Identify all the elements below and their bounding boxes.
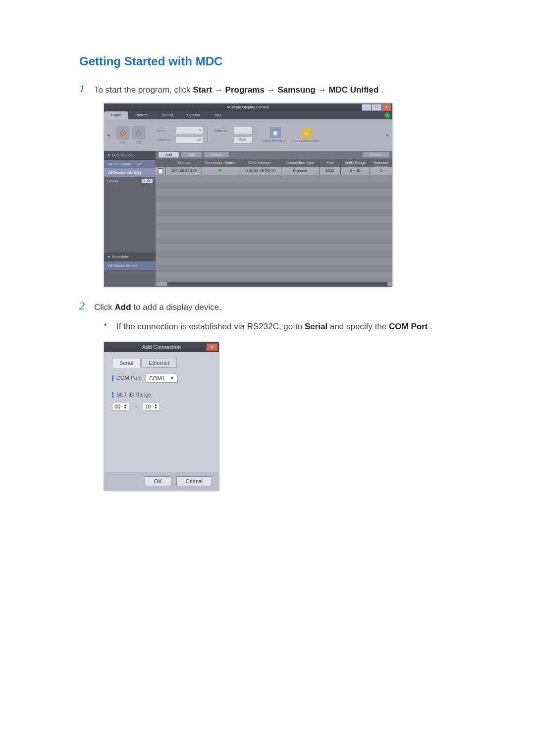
cell-settings: 107.108.89.126 xyxy=(166,167,202,175)
mute-button[interactable]: Mute xyxy=(233,136,253,144)
tab-sound[interactable]: Sound xyxy=(155,111,180,119)
status-ok-icon xyxy=(218,169,221,172)
text: . xyxy=(430,322,432,331)
checkbox[interactable] xyxy=(158,168,163,173)
chevron-down-icon[interactable]: ▼ xyxy=(154,406,158,409)
schedule-header[interactable]: ▼Schedule xyxy=(104,252,156,261)
col-connection-type[interactable]: Connection Type xyxy=(281,159,320,167)
ribbon-tabs: Home Picture Sound System Tool ? xyxy=(104,111,392,119)
input-dropdown[interactable]: ▾ xyxy=(176,127,203,134)
help-icon[interactable]: ? xyxy=(384,112,390,118)
fault-device-label: Fault Device (0) xyxy=(263,139,287,143)
text: and specify the xyxy=(330,322,389,331)
all-schedule-list[interactable]: All Schedule List xyxy=(104,261,156,270)
setid-to-spinner[interactable]: 10 ▲▼ xyxy=(143,402,160,411)
group-edit-button[interactable]: Edit xyxy=(142,179,153,183)
text: If the connection is established via RS2… xyxy=(116,322,305,331)
tab-picture[interactable]: Picture xyxy=(128,111,155,119)
kw-serial: Serial xyxy=(305,322,327,331)
bullet-item: • If the connection is established via R… xyxy=(104,320,485,333)
channel-label: Channel xyxy=(156,138,174,142)
dialog-close-button[interactable]: x xyxy=(206,343,218,351)
table-row[interactable]: 107.108.89.126 40-61-86-4E-FC-65 Etherne… xyxy=(156,167,392,175)
lfd-device-header[interactable]: ▼LFD Device xyxy=(104,151,156,160)
kw-start: Start xyxy=(193,85,212,95)
refresh-button[interactable]: Refresh xyxy=(363,152,389,157)
left-panel: ▼LFD Device All Connection List All Devi… xyxy=(104,151,156,287)
kw-programs: Programs xyxy=(225,85,265,95)
device-toolbar: Add Edit Delete Refresh xyxy=(156,151,392,159)
ribbon: ◀ ⏻ On ⏻ Off Input ▾ xyxy=(104,119,392,151)
on-label: On xyxy=(116,141,130,144)
col-port[interactable]: Port xyxy=(320,159,341,167)
kw-add: Add xyxy=(115,302,131,312)
channel-spinner[interactable]: ▴▾ xyxy=(176,136,203,144)
tab-serial[interactable]: Serial xyxy=(112,358,141,368)
power-off-button[interactable]: ⏻ xyxy=(132,126,146,140)
kw-com-port: COM Port xyxy=(389,322,428,331)
range-separator: ~ xyxy=(134,403,137,409)
step-text: To start the program, click Start → Prog… xyxy=(94,82,383,97)
step-number: 1 xyxy=(79,82,94,97)
step-2: 2 Click Add to add a display device. xyxy=(79,300,485,314)
com-port-dropdown[interactable]: COM1 ▼ xyxy=(146,374,178,383)
step-1: 1 To start the program, click Start → Pr… xyxy=(79,82,485,97)
text: . xyxy=(381,85,383,95)
bullet-text: If the connection is established via RS2… xyxy=(116,320,432,333)
col-mac[interactable]: MAC Address xyxy=(238,159,281,167)
close-button[interactable]: x xyxy=(381,104,391,111)
step-text: Click Add to add a display device. xyxy=(94,300,221,314)
col-setid-range[interactable]: SetID Range xyxy=(341,159,370,167)
minimize-button[interactable]: — xyxy=(362,104,372,111)
group-label: Group xyxy=(107,179,118,183)
com-port-row: COM Port COM1 ▼ xyxy=(112,374,211,383)
add-button[interactable]: Add xyxy=(159,152,179,157)
fault-alert-label: Fault Device Alert xyxy=(292,139,320,143)
tab-home[interactable]: Home xyxy=(104,111,128,119)
cell-setid: 0 ~ 10 xyxy=(341,167,370,175)
chevron-down-icon[interactable]: ▼ xyxy=(123,406,127,409)
dialog-footer: OK Cancel xyxy=(104,472,219,491)
setid-from-value: 00 xyxy=(114,403,120,409)
power-on-button[interactable]: ⏻ xyxy=(116,126,130,140)
accent-bar-icon xyxy=(112,392,113,398)
col-detected[interactable]: Detected Devices xyxy=(370,159,392,167)
all-device-list[interactable]: All Device List (01) xyxy=(104,168,156,177)
volume-field[interactable] xyxy=(233,127,253,134)
scroll-left-icon[interactable]: ◀ xyxy=(107,133,110,137)
edit-button[interactable]: Edit xyxy=(181,152,202,157)
col-settings[interactable]: Settings xyxy=(166,159,202,167)
com-port-value: COM1 xyxy=(149,375,165,381)
text: Click xyxy=(94,302,115,312)
maximize-button[interactable]: □ xyxy=(372,104,381,111)
titlebar[interactable]: Multiple Display Control — □ x xyxy=(104,103,392,111)
delete-button[interactable]: Delete xyxy=(204,152,229,157)
section-heading: Getting Started with MDC xyxy=(79,54,485,68)
kw-samsung: Samsung xyxy=(277,85,316,95)
dialog-title: Add Connection xyxy=(142,344,181,350)
scroll-right-icon[interactable]: ▶ xyxy=(386,133,389,137)
dialog-titlebar[interactable]: Add Connection x xyxy=(104,342,219,352)
setid-from-spinner[interactable]: 00 ▲▼ xyxy=(112,402,129,411)
input-label: Input xyxy=(156,128,174,133)
col-connection-status[interactable]: Connection Status xyxy=(202,159,238,167)
kw-mdc: MDC Unified xyxy=(328,85,378,95)
arrow: → xyxy=(214,85,225,95)
accent-bar-icon xyxy=(112,375,113,381)
fault-device-icon[interactable]: ▣ Fault Device (0) xyxy=(263,127,287,143)
ok-button[interactable]: OK xyxy=(145,476,171,486)
tab-system[interactable]: System xyxy=(180,111,207,119)
cancel-button[interactable]: Cancel xyxy=(176,476,212,486)
all-connection-list[interactable]: All Connection List xyxy=(104,160,156,168)
tab-ethernet[interactable]: Ethernet xyxy=(141,358,177,368)
mdc-window: Multiple Display Control — □ x Home Pict… xyxy=(104,103,392,287)
tab-tool[interactable]: Tool xyxy=(207,111,228,119)
fault-alert-icon[interactable]: ⚠ Fault Device Alert xyxy=(292,127,320,143)
setid-range-label: SET ID Range xyxy=(116,392,152,398)
cell-connection-type: Ethernet xyxy=(281,167,320,175)
arrow: → xyxy=(318,85,329,95)
chevron-down-icon: ▼ xyxy=(170,376,174,381)
right-panel: Add Edit Delete Refresh Settings Connect… xyxy=(156,151,392,287)
horizontal-scrollbar[interactable] xyxy=(156,282,392,287)
dialog-tabs: Serial Ethernet xyxy=(112,358,211,368)
